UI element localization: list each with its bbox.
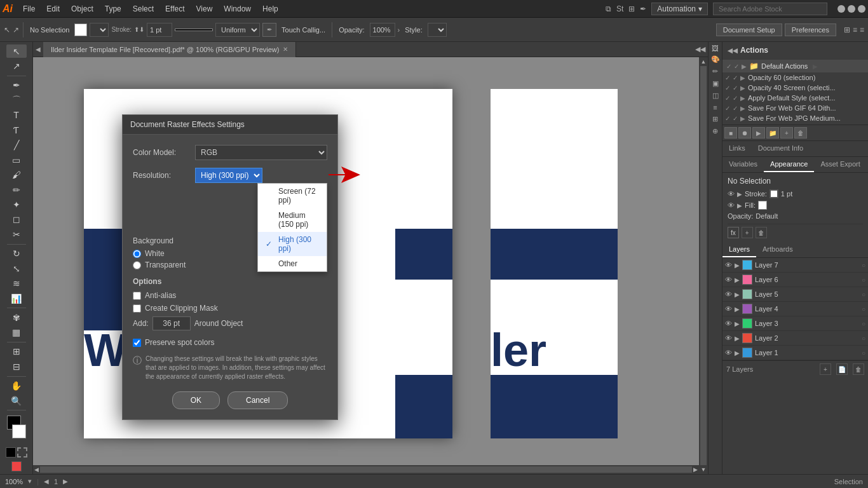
page-prev-btn[interactable]: ◀ — [44, 478, 49, 485]
action-expand-3[interactable]: ▶ — [740, 105, 745, 112]
clipping-mask-checkbox[interactable] — [133, 304, 141, 313]
add-new-effect-btn[interactable]: + — [742, 227, 753, 238]
fill-color-box[interactable] — [74, 24, 87, 36]
scroll-down-btn[interactable]: ▼ — [701, 466, 707, 473]
cancel-button[interactable]: Cancel — [227, 391, 288, 409]
vertical-scrollbar[interactable]: ▲ ▼ — [699, 57, 708, 474]
panel-transparency-icon[interactable]: ◫ — [712, 92, 719, 100]
selection-tool-icon[interactable]: ↖ — [4, 25, 10, 34]
direct-select-icon[interactable]: ↗ — [13, 25, 19, 34]
type-tool[interactable]: T — [6, 109, 27, 122]
scroll-thumb[interactable] — [700, 66, 707, 465]
default-actions-folder[interactable]: ✓ ✓ ▶ 📁 Default Actions ▶ — [722, 60, 868, 72]
direct-selection-tool[interactable]: ↗ — [6, 59, 27, 72]
menu-select[interactable]: Select — [128, 3, 159, 15]
panel-gradient-icon[interactable]: ▣ — [712, 79, 719, 88]
action-item-1[interactable]: ✓ ✓ ▶ Opacity 40 Screen (selecti... — [722, 83, 868, 93]
preferences-button[interactable]: Preferences — [785, 24, 836, 36]
screen-mode-icon[interactable] — [11, 461, 22, 471]
layer-1-eye[interactable]: 👁 — [725, 349, 732, 356]
stroke-swatch[interactable] — [770, 189, 778, 198]
resolution-select[interactable]: High (300 ppi) — [195, 168, 262, 183]
more-icon[interactable]: ≡ — [860, 25, 864, 34]
normal-mode-icon[interactable] — [6, 447, 16, 458]
delete-appearance-btn[interactable]: 🗑 — [756, 227, 767, 238]
layer-4-eye[interactable]: 👁 — [725, 305, 732, 313]
scroll-up-btn[interactable]: ▲ — [701, 58, 707, 65]
drawing-mode-icon[interactable] — [17, 447, 27, 458]
automation-button[interactable]: Automation ▾ — [651, 3, 708, 15]
layer-7-eye[interactable]: 👁 — [725, 261, 732, 269]
fill-visibility-icon[interactable]: 👁 — [728, 201, 735, 209]
tab-appearance[interactable]: Appearance — [764, 157, 814, 172]
document-tab[interactable]: Ilder Insider Template File [Recovered].… — [43, 42, 296, 57]
opacity-arrow[interactable]: › — [398, 26, 400, 34]
menu-view[interactable]: View — [191, 3, 218, 15]
layer-item-4[interactable]: 👁 ▶ Layer 4 ○ — [722, 302, 868, 316]
new-layer-btn[interactable]: 📄 — [836, 363, 848, 375]
new-action-set-btn[interactable]: 📁 — [766, 127, 779, 139]
minimize-button[interactable]: – — [837, 5, 845, 13]
scroll-left-btn[interactable]: ◀ — [34, 466, 39, 473]
layer-3-select[interactable]: ○ — [862, 320, 865, 327]
panel-color-icon[interactable]: 🎨 — [711, 55, 720, 64]
delete-layer-btn[interactable]: 🗑 — [853, 363, 864, 375]
layer-item-2[interactable]: 👁 ▶ Layer 2 ○ — [722, 331, 868, 346]
fill-expand-arrow[interactable]: ▶ — [737, 202, 742, 209]
stroke-expand-arrow[interactable]: ▶ — [737, 191, 742, 198]
folder-expand-icon[interactable]: ▶ — [813, 63, 818, 70]
stroke-visibility-icon[interactable]: 👁 — [728, 190, 735, 198]
menu-window[interactable]: Window — [219, 3, 256, 15]
layer-3-eye[interactable]: 👁 — [725, 320, 732, 327]
panel-pathfinder-icon[interactable]: ⊕ — [712, 127, 718, 135]
opacity-input[interactable] — [370, 23, 395, 37]
paintbrush-tool[interactable]: 🖌 — [6, 168, 27, 181]
menu-effect[interactable]: Effect — [160, 3, 189, 15]
make-sublayer-btn[interactable]: + — [820, 363, 831, 375]
slice-tool[interactable]: ⊟ — [6, 360, 27, 373]
shaper-tool[interactable]: ✦ — [6, 198, 27, 211]
zoom-level[interactable]: 100% — [5, 478, 23, 485]
scroll-right-btn[interactable]: ▶ — [693, 466, 698, 473]
res-option-high[interactable]: ✓ High (300 ppi) — [258, 232, 327, 256]
color-model-select[interactable]: RGB — [195, 145, 327, 160]
warp-tool[interactable]: ≋ — [6, 276, 27, 290]
layer-item-3[interactable]: 👁 ▶ Layer 3 ○ — [722, 316, 868, 331]
document-setup-button[interactable]: Document Setup — [716, 24, 782, 36]
action-item-0[interactable]: ✓ ✓ ▶ Opacity 60 (selection) — [722, 72, 868, 83]
res-option-medium[interactable]: Medium (150 ppi) — [258, 208, 327, 232]
white-radio[interactable] — [133, 250, 141, 258]
touch-type-tool[interactable]: Ƭ — [6, 123, 27, 137]
tab-close-btn[interactable]: ✕ — [283, 46, 288, 53]
res-option-screen[interactable]: Screen (72 ppi) — [258, 184, 327, 208]
fill-swatch[interactable] — [758, 201, 767, 210]
anti-alias-checkbox[interactable] — [133, 292, 141, 300]
resolution-dropdown[interactable]: Screen (72 ppi) Medium (150 ppi) ✓ High … — [257, 183, 327, 272]
layer-5-eye[interactable]: 👁 — [725, 290, 732, 298]
tab-links[interactable]: Links — [722, 141, 752, 156]
ok-button[interactable]: OK — [172, 391, 220, 409]
action-expand-4[interactable]: ▶ — [740, 115, 745, 122]
symbol-sprayer-tool[interactable]: ✾ — [6, 311, 27, 324]
panel-links-icon[interactable]: 🖼 — [712, 44, 719, 51]
record-action-btn[interactable]: ⏺ — [738, 127, 751, 139]
res-option-other[interactable]: Other — [258, 256, 327, 271]
maximize-button[interactable]: □ — [848, 5, 855, 13]
new-action-btn[interactable]: + — [780, 127, 793, 139]
action-expand-0[interactable]: ▶ — [740, 74, 745, 81]
page-next-btn[interactable]: ▶ — [63, 478, 68, 485]
play-action-btn[interactable]: ▶ — [752, 127, 765, 139]
layer-1-expand[interactable]: ▶ — [735, 349, 740, 356]
align-icon[interactable]: ≡ — [853, 25, 857, 34]
layer-item-7[interactable]: 👁 ▶ Layer 7 ○ — [722, 258, 868, 273]
layer-4-expand[interactable]: ▶ — [735, 306, 740, 313]
style-select[interactable] — [428, 23, 447, 37]
menu-edit[interactable]: Edit — [41, 3, 65, 15]
tab-doc-info[interactable]: Document Info — [752, 141, 810, 156]
brush-icon[interactable]: ✒ — [262, 23, 276, 37]
delete-action-btn[interactable]: 🗑 — [794, 127, 807, 139]
expand-arrow[interactable]: ▶ — [742, 63, 747, 70]
rotate-tool[interactable]: ↻ — [6, 247, 27, 260]
stroke-type-select[interactable]: Uniform — [215, 23, 260, 37]
stop-action-btn[interactable]: ■ — [724, 127, 737, 139]
